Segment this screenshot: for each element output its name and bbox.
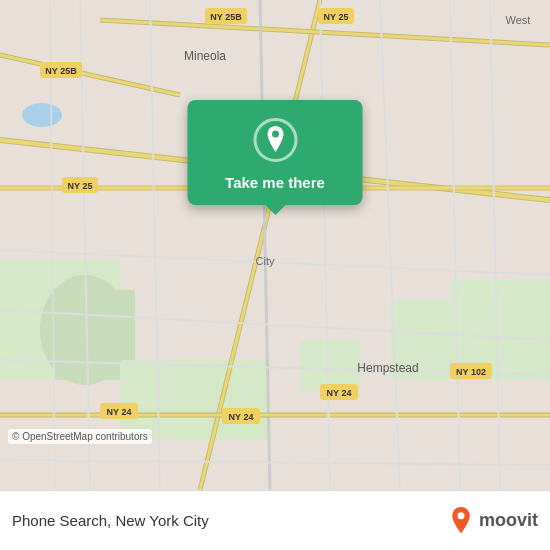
svg-text:NY 24: NY 24 [327,388,352,398]
svg-text:NY 24: NY 24 [107,407,132,417]
bottom-bar: Phone Search, New York City moovit [0,490,550,550]
osm-credit: © OpenStreetMap contributors [8,429,152,444]
svg-text:West: West [506,14,531,26]
popup-label[interactable]: Take me there [225,174,325,191]
svg-rect-6 [300,340,360,390]
location-pin-icon [253,118,297,162]
moovit-text: moovit [479,510,538,531]
svg-point-54 [457,512,464,519]
svg-text:NY 25: NY 25 [324,12,349,22]
map-container[interactable]: NY 25B NY 25 NY 25B NY 25 NY 24 NY 24 NY… [0,0,550,490]
svg-point-53 [272,131,279,138]
svg-point-8 [22,103,62,127]
bottom-title: Phone Search, New York City [12,512,447,529]
moovit-logo[interactable]: moovit [447,507,538,535]
svg-rect-7 [120,360,270,440]
svg-text:NY 25B: NY 25B [210,12,242,22]
svg-text:City: City [256,255,275,267]
svg-text:NY 102: NY 102 [456,367,486,377]
svg-text:Mineola: Mineola [184,49,226,63]
svg-text:NY 24: NY 24 [229,412,254,422]
svg-text:Hempstead: Hempstead [357,361,418,375]
popup-card[interactable]: Take me there [188,100,363,205]
svg-text:NY 25B: NY 25B [45,66,77,76]
moovit-icon [447,507,475,535]
svg-text:NY 25: NY 25 [68,181,93,191]
